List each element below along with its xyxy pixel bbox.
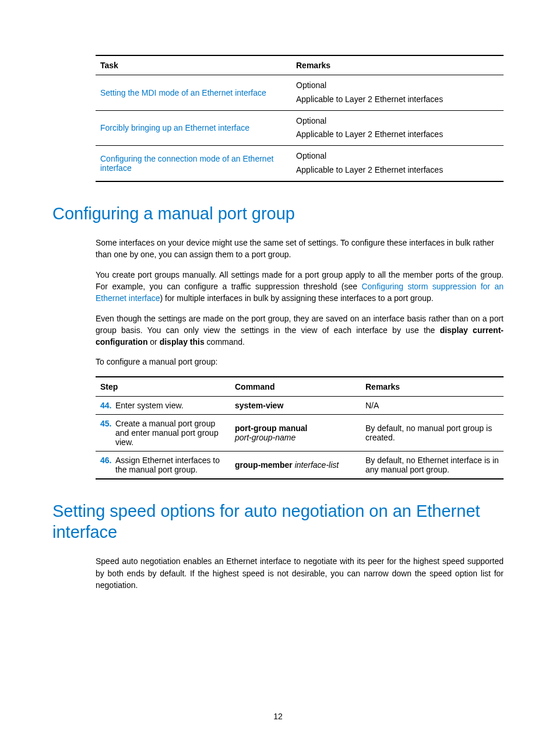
table-row: Configuring the connection mode of an Et… <box>96 146 504 181</box>
remark-text: Applicable to Layer 2 Ethernet interface… <box>296 130 443 139</box>
paragraph: Speed auto negotiation enables an Ethern… <box>96 555 504 591</box>
command-header: Command <box>230 377 361 397</box>
step-command-table: Step Command Remarks 44.Enter system vie… <box>96 376 504 480</box>
table-row: 44.Enter system view. system-view N/A <box>96 396 504 414</box>
remark-text: Applicable to Layer 2 Ethernet interface… <box>296 165 443 174</box>
remark-text: By default, no manual port group is crea… <box>361 414 504 451</box>
step-number: 46. <box>100 456 115 465</box>
command-arg: interface-list <box>293 460 339 470</box>
step-text: Create a manual port group and enter man… <box>115 419 223 447</box>
table-row: 45.Create a manual port group and enter … <box>96 414 504 451</box>
task-header: Task <box>96 55 291 75</box>
section-heading-port-group: Configuring a manual port group <box>52 203 504 224</box>
cmd-display-this: display this <box>160 337 205 346</box>
step-text: Enter system view. <box>115 401 223 410</box>
task-link[interactable]: Forcibly bringing up an Ethernet interfa… <box>100 123 249 132</box>
paragraph: To configure a manual port group: <box>96 356 504 368</box>
remark-text: By default, no Ethernet interface is in … <box>361 451 504 479</box>
task-remarks-table: Task Remarks Setting the MDI mode of an … <box>96 55 504 182</box>
remark-text: Optional <box>296 151 326 160</box>
table-row: 46.Assign Ethernet interfaces to the man… <box>96 451 504 479</box>
remark-text: N/A <box>361 396 504 414</box>
remark-text: Optional <box>296 80 326 90</box>
remarks-header: Remarks <box>361 377 504 397</box>
table-row: Setting the MDI mode of an Ethernet inte… <box>96 75 504 111</box>
remarks-header: Remarks <box>291 55 504 75</box>
paragraph: You create port groups manually. All set… <box>96 269 504 304</box>
command-text: port-group manual <box>235 424 307 433</box>
remark-text: Optional <box>296 116 326 125</box>
task-link[interactable]: Configuring the connection mode of an Et… <box>100 154 273 173</box>
command-text: system-view <box>235 401 283 410</box>
step-header: Step <box>96 377 230 397</box>
step-number: 44. <box>100 401 115 410</box>
command-text: group-member <box>235 460 293 470</box>
section-heading-speed-options: Setting speed options for auto negotiati… <box>52 501 504 543</box>
task-link[interactable]: Setting the MDI mode of an Ethernet inte… <box>100 88 266 97</box>
step-text: Assign Ethernet interfaces to the manual… <box>115 456 223 474</box>
table-row: Forcibly bringing up an Ethernet interfa… <box>96 110 504 146</box>
page-number: 12 <box>0 712 556 721</box>
command-arg: port-group-name <box>235 433 295 442</box>
remark-text: Applicable to Layer 2 Ethernet interface… <box>296 94 443 104</box>
paragraph: Some interfaces on your device might use… <box>96 237 504 261</box>
step-number: 45. <box>100 419 115 428</box>
paragraph: Even though the settings are made on the… <box>96 313 504 348</box>
